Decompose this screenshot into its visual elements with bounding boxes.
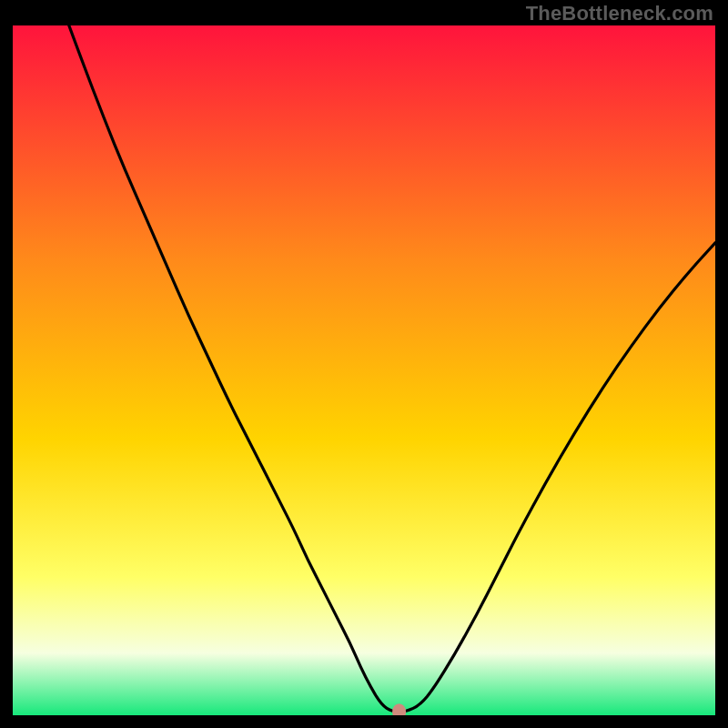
watermark-text: TheBottleneck.com: [526, 2, 713, 25]
bottleneck-chart: [13, 25, 715, 715]
chart-frame: TheBottleneck.com: [0, 0, 728, 728]
plot-background: [13, 25, 715, 715]
